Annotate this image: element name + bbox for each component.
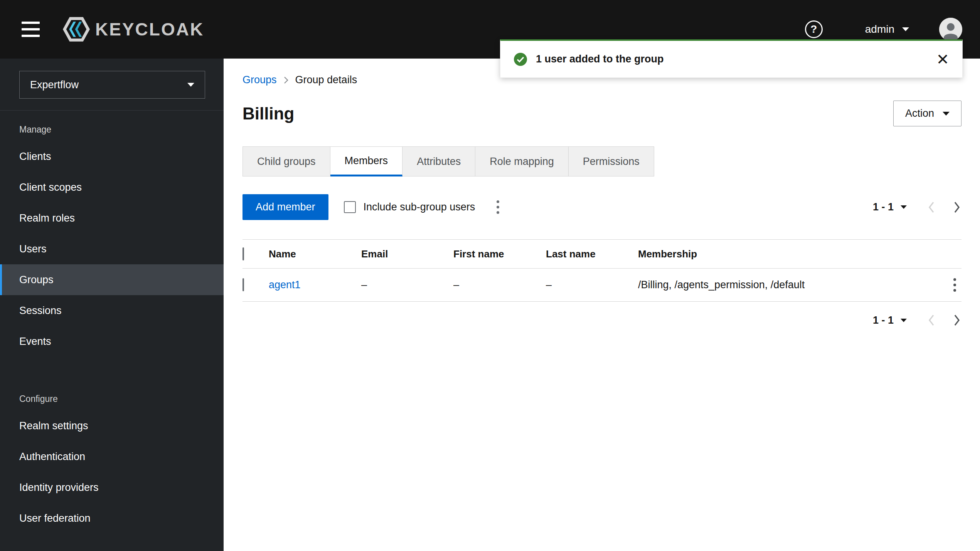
brand-text: KEYCLOAK (95, 19, 204, 40)
username: admin (865, 23, 894, 35)
sidebar-item-realm-roles[interactable]: Realm roles (0, 203, 224, 234)
member-name-link[interactable]: agent1 (269, 279, 361, 291)
nav-section-title-configure: Configure (0, 357, 224, 410)
page-header: Billing Action (242, 101, 961, 126)
action-dropdown-button[interactable]: Action (893, 101, 961, 126)
column-header-email: Email (361, 248, 453, 260)
chevron-left-icon[interactable] (927, 313, 936, 327)
members-toolbar: Add member Include sub-group users 1 - 1 (242, 194, 961, 220)
main-content: Groups Group details Billing Action Chil… (224, 59, 980, 551)
pagination-bottom: 1 - 1 (242, 313, 961, 327)
chevron-down-icon (902, 27, 909, 31)
chevron-down-icon (943, 112, 950, 116)
chevron-right-icon[interactable] (952, 313, 961, 327)
pagination-range: 1 - 1 (873, 201, 894, 213)
chevron-right-icon[interactable] (952, 200, 961, 214)
action-button-label: Action (905, 108, 934, 119)
add-member-button[interactable]: Add member (242, 194, 328, 220)
nav-section-title-manage: Manage (0, 111, 224, 141)
member-first-name: – (453, 279, 546, 291)
member-email: – (361, 279, 453, 291)
sidebar-item-identity-providers[interactable]: Identity providers (0, 472, 224, 503)
column-header-first-name: First name (453, 248, 546, 260)
chevron-right-icon (283, 75, 289, 85)
pagination-dropdown[interactable]: 1 - 1 (873, 201, 907, 213)
include-subgroups-checkbox[interactable]: Include sub-group users (344, 201, 475, 213)
chevron-left-icon[interactable] (927, 200, 936, 214)
kebab-menu-icon[interactable] (493, 197, 502, 217)
breadcrumb-current: Group details (295, 74, 357, 86)
row-kebab-menu-icon[interactable] (950, 275, 959, 295)
sidebar-item-groups[interactable]: Groups (0, 264, 224, 295)
user-menu-dropdown[interactable]: admin (865, 23, 909, 35)
avatar[interactable] (939, 18, 962, 41)
tabs: Child groups Members Attributes Role map… (242, 146, 961, 176)
table-header-row: Name Email First name Last name Membersh… (242, 239, 961, 269)
sidebar-item-events[interactable]: Events (0, 326, 224, 357)
sidebar-item-realm-settings[interactable]: Realm settings (0, 410, 224, 441)
realm-name: Expertflow (30, 79, 79, 91)
toast-message: 1 user added to the group (536, 53, 664, 65)
include-subgroups-label: Include sub-group users (364, 201, 475, 213)
sidebar-item-sessions[interactable]: Sessions (0, 295, 224, 326)
chevron-down-icon (901, 205, 907, 209)
sidebar-item-client-scopes[interactable]: Client scopes (0, 172, 224, 203)
checkbox-icon[interactable] (344, 201, 356, 213)
help-icon[interactable]: ? (805, 20, 823, 38)
tab-attributes[interactable]: Attributes (402, 146, 475, 176)
realm-selector-section: Expertflow (0, 71, 224, 111)
user-avatar-icon (939, 18, 962, 41)
pagination-dropdown[interactable]: 1 - 1 (873, 314, 907, 326)
member-last-name: – (546, 279, 638, 291)
toast-alert: 1 user added to the group ✕ (500, 39, 963, 78)
tab-permissions[interactable]: Permissions (569, 146, 654, 176)
realm-selector[interactable]: Expertflow (19, 71, 205, 99)
hamburger-menu-icon[interactable] (19, 19, 42, 39)
column-header-last-name: Last name (546, 248, 638, 260)
tab-role-mapping[interactable]: Role mapping (475, 146, 569, 176)
masthead-toolbar: ? admin (805, 18, 962, 41)
select-all-checkbox[interactable] (242, 247, 244, 260)
sidebar-item-user-federation[interactable]: User federation (0, 503, 224, 534)
check-circle-icon (514, 52, 527, 66)
member-membership: /Billing, /agents_permission, /default (638, 279, 937, 291)
keycloak-logo-icon (63, 17, 90, 42)
column-header-name: Name (269, 248, 361, 260)
sidebar-item-authentication[interactable]: Authentication (0, 441, 224, 472)
row-checkbox[interactable] (242, 278, 244, 291)
table-row: agent1 – – – /Billing, /agents_permissio… (242, 269, 961, 302)
breadcrumb-link-groups[interactable]: Groups (242, 74, 277, 86)
pagination-top: 1 - 1 (873, 200, 961, 214)
sidebar-item-clients[interactable]: Clients (0, 141, 224, 172)
chevron-down-icon (187, 83, 194, 87)
sidebar-nav: Expertflow Manage Clients Client scopes … (0, 59, 224, 551)
tab-members[interactable]: Members (330, 146, 403, 176)
sidebar-item-users[interactable]: Users (0, 234, 224, 264)
keycloak-logo: KEYCLOAK (63, 17, 204, 42)
page-title: Billing (242, 104, 294, 123)
nav-section-configure: Configure Realm settings Authentication … (0, 357, 224, 534)
tab-child-groups[interactable]: Child groups (242, 146, 330, 176)
nav-section-manage: Manage Clients Client scopes Realm roles… (0, 111, 224, 357)
pagination-range: 1 - 1 (873, 314, 894, 326)
members-table: Name Email First name Last name Membersh… (242, 239, 961, 302)
close-icon[interactable]: ✕ (936, 52, 949, 67)
chevron-down-icon (901, 319, 907, 322)
column-header-membership: Membership (638, 248, 937, 260)
